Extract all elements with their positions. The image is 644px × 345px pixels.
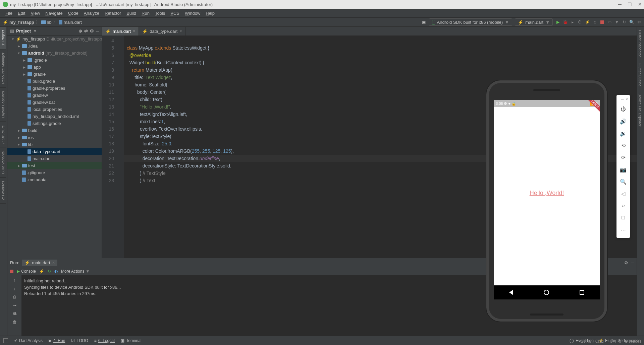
devtools-icon[interactable]: ◐ — [54, 269, 58, 274]
home-icon[interactable] — [544, 290, 549, 295]
more-icon[interactable]: ⋯ — [616, 224, 630, 236]
stop-icon[interactable] — [10, 270, 13, 273]
menu-window[interactable]: Window — [182, 11, 203, 16]
sync-button[interactable]: ↻ — [622, 20, 627, 24]
tree-node[interactable]: ▶build — [7, 127, 102, 134]
tree-node[interactable]: ▼lib — [7, 141, 102, 148]
tree-node[interactable]: gradlew.bat — [7, 99, 102, 106]
avd-manager-icon[interactable]: ▭ — [607, 20, 612, 24]
back-btn-icon[interactable]: ◁ — [616, 188, 630, 200]
locate-icon[interactable]: ⊕ — [78, 28, 82, 33]
tree-node[interactable]: ▶.gradle — [7, 57, 102, 64]
more-actions-dropdown[interactable]: More Actions▼ — [61, 269, 90, 274]
right-tab-0[interactable]: Flutter Inspector — [637, 27, 643, 60]
tree-node[interactable]: data_type.dart — [7, 148, 102, 155]
close-icon[interactable]: × — [133, 29, 135, 33]
rerun-icon[interactable]: ↑ — [13, 278, 16, 283]
run-config-selector[interactable]: ⚡ main.dart ▼ — [515, 18, 553, 26]
recent-icon[interactable] — [580, 290, 584, 295]
close-button[interactable]: ✕ — [638, 2, 642, 7]
tree-node[interactable]: my_firstapp_android.iml — [7, 113, 102, 120]
power-icon[interactable]: ⏻ — [616, 103, 630, 115]
rotate-left-icon[interactable]: ⟲ — [616, 139, 630, 151]
tree-node[interactable]: local.properties — [7, 106, 102, 113]
editor-tab[interactable]: ⚡main.dart× — [102, 27, 139, 36]
hot-reload-icon[interactable]: ⚡ — [39, 269, 44, 274]
run-tab[interactable]: ⚡ main.dart × — [22, 260, 57, 266]
menu-analyze[interactable]: Analyze — [81, 11, 102, 16]
tree-node[interactable]: ▼⚡my_firstapp D:\flutter_project\my_firs… — [7, 36, 102, 43]
menu-run[interactable]: Run — [139, 11, 152, 16]
down-icon[interactable]: ↓ — [13, 286, 16, 291]
left-tab-1[interactable]: Resource Manager — [0, 49, 6, 88]
tree-node[interactable]: settings.gradle — [7, 120, 102, 127]
minimize-button[interactable]: ─ — [618, 2, 622, 7]
tree-node[interactable]: ▶ios — [7, 134, 102, 141]
trash-icon[interactable]: 🗑 — [12, 320, 17, 325]
tool-btn[interactable] — [3, 338, 8, 343]
tree-node[interactable]: gradlew — [7, 92, 102, 99]
gutter[interactable]: 4567891011121314151617181920212223 — [102, 36, 118, 258]
device-selector[interactable]: Android SDK built for x86 (mobile) ▼ — [429, 18, 512, 26]
emulator-window[interactable]: 3:06 ⚙ ♥ 🔒 📶 ▮ Hello ,World! — [486, 80, 607, 322]
menu-build[interactable]: Build — [124, 11, 139, 16]
close-icon[interactable]: × — [179, 29, 182, 33]
menu-vcs[interactable]: VCS — [168, 11, 182, 16]
dart-analysis-tab[interactable]: ✔ Dart Analysis — [14, 338, 43, 343]
caret-pos[interactable]: 20:48 — [581, 339, 591, 344]
menu-navigate[interactable]: Navigate — [43, 11, 65, 16]
left-tab-5[interactable]: 2: Favorites — [0, 178, 6, 204]
gear-icon[interactable]: ⚙ — [90, 28, 94, 33]
menu-view[interactable]: View — [28, 11, 43, 16]
rotate-right-icon[interactable]: ⟳ — [616, 151, 630, 163]
indent[interactable]: 2 spaces — [625, 339, 641, 344]
stop-button[interactable] — [600, 20, 604, 24]
home-btn-icon[interactable]: ○ — [616, 200, 630, 212]
terminal-tab[interactable]: ▣ Terminal — [121, 338, 141, 343]
fold-gutter[interactable] — [118, 36, 124, 258]
tree-node[interactable]: main.dart — [7, 155, 102, 162]
left-tab-3[interactable]: 7: Structure — [0, 122, 6, 148]
tree-node[interactable]: .gitignore — [7, 169, 102, 176]
menu-help[interactable]: Help — [203, 11, 217, 16]
tree-node[interactable]: ▶gradle — [7, 71, 102, 78]
maximize-button[interactable]: ☐ — [628, 2, 632, 7]
console-tab[interactable]: Console — [21, 269, 36, 274]
volume-up-icon[interactable]: 🔊 — [616, 115, 630, 127]
tree-node[interactable]: gradle.properties — [7, 85, 102, 92]
search-icon[interactable]: 🔍 — [629, 20, 634, 24]
coverage-button[interactable]: ▸ — [570, 20, 575, 24]
right-tab-1[interactable]: Flutter Outline — [637, 60, 643, 90]
profile-button[interactable]: ⏱ — [578, 20, 582, 24]
print-icon[interactable]: 🖶 — [12, 311, 17, 316]
hot-restart-icon[interactable]: ↻ — [48, 269, 51, 274]
left-tab-2[interactable]: Layout Captures — [0, 88, 6, 122]
todo-tab[interactable]: ☑ TODO — [71, 338, 88, 343]
camera-icon[interactable]: 📷 — [616, 163, 630, 176]
logcat-tab[interactable]: ≡ 6: Logcat — [94, 338, 115, 343]
run-settings-icon[interactable]: ⚙ — [624, 260, 628, 265]
collapse-icon[interactable]: ─ — [96, 28, 99, 33]
close-icon[interactable]: × — [52, 260, 55, 265]
emu-min-icon[interactable]: ─ — [621, 97, 624, 103]
overview-btn-icon[interactable]: □ — [616, 212, 630, 224]
tree-node[interactable]: ▶.idea — [7, 43, 102, 50]
device-frame-icon[interactable]: ▣ — [422, 20, 426, 24]
zoom-icon[interactable]: 🔍 — [616, 176, 630, 188]
encoding[interactable]: UTF-8 — [610, 339, 621, 344]
tree-node[interactable]: ▶app — [7, 64, 102, 71]
filter-icon[interactable]: ⎙ — [13, 294, 16, 299]
emu-close-icon[interactable]: × — [626, 97, 628, 103]
expand-icon[interactable]: ⇄ — [84, 28, 88, 33]
settings-icon[interactable]: ⚙ — [637, 20, 641, 24]
left-tab-0[interactable]: 1: Project — [0, 27, 6, 49]
run-tab-btn[interactable]: ▶ 4: Run — [49, 338, 65, 343]
emulator-screen[interactable]: 3:06 ⚙ ♥ 🔒 📶 ▮ Hello ,World! — [494, 100, 600, 299]
hot-reload-button[interactable]: ⚡ — [585, 20, 590, 24]
menu-code[interactable]: Code — [65, 11, 81, 16]
debug-button[interactable]: 🐞 — [563, 20, 568, 24]
menu-tools[interactable]: Tools — [152, 11, 168, 16]
tree-node[interactable]: .metadata — [7, 176, 102, 183]
wrap-icon[interactable]: ⇥ — [13, 303, 16, 308]
run-hide-icon[interactable]: ─ — [631, 260, 634, 265]
